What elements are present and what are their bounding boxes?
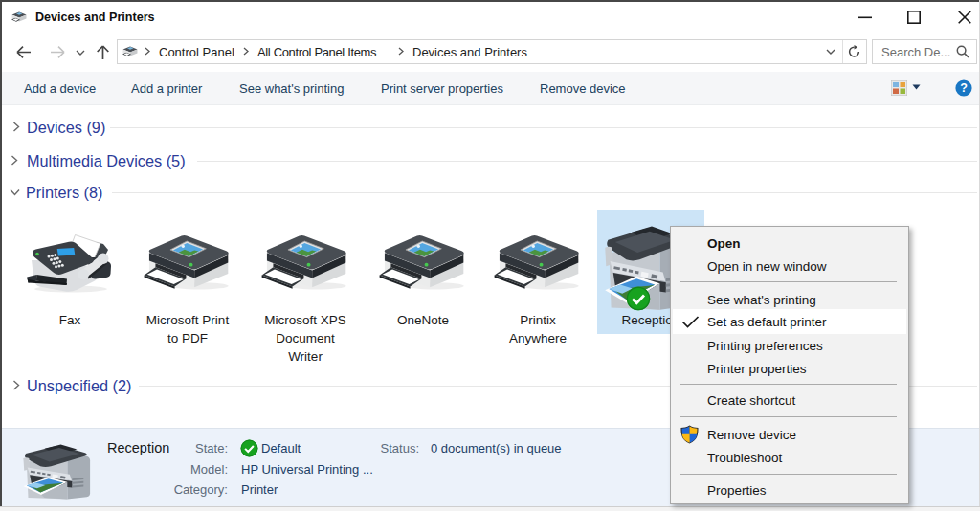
svg-text:?: ? (960, 81, 968, 95)
